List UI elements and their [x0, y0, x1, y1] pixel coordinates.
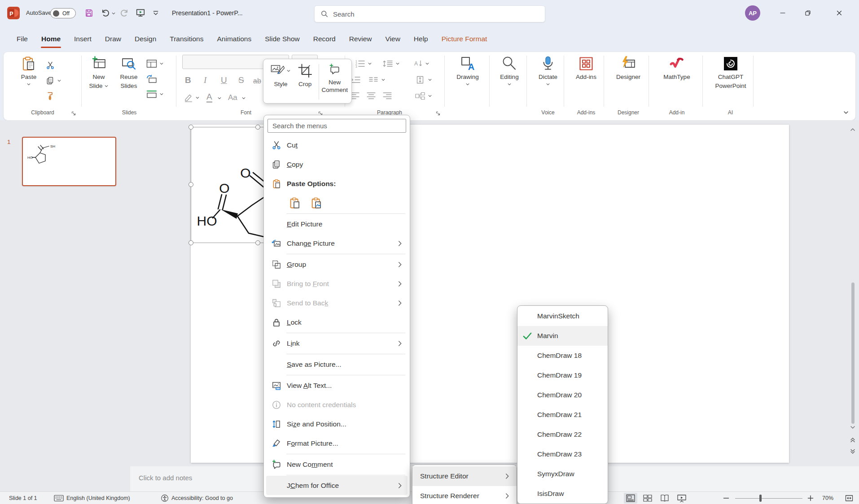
slide-thumbnail[interactable]: HO SH	[22, 137, 116, 186]
menu-item-lock[interactable]: Lock	[266, 313, 408, 332]
slide-sorter-button[interactable]	[641, 493, 654, 504]
fit-to-window-button[interactable]	[845, 492, 854, 504]
flyout-item-chemdraw-21[interactable]: ChemDraw 21	[517, 405, 608, 425]
vertical-scrollbar[interactable]	[848, 125, 857, 463]
slide-indicator[interactable]: Slide 1 of 1	[9, 492, 37, 504]
case-chevron-icon[interactable]	[241, 96, 246, 100]
tab-transitions[interactable]: Transitions	[163, 26, 210, 52]
submenu-item-structure-renderer[interactable]: Structure Renderer	[412, 486, 517, 504]
designer-button[interactable]: Designer	[610, 56, 646, 81]
undo-icon[interactable]	[101, 8, 110, 18]
addins-button[interactable]: Add-ins	[570, 56, 602, 81]
language-button[interactable]: English (United Kingdom)	[54, 492, 130, 504]
zoom-level[interactable]: 70%	[822, 492, 833, 504]
zoom-out-button[interactable]	[723, 492, 730, 504]
accessibility-button[interactable]: Accessibility: Good to go	[161, 492, 233, 504]
menu-item-new-comment[interactable]: New Comment	[266, 455, 408, 474]
paste-button[interactable]: Paste	[15, 56, 42, 87]
reading-view-button[interactable]	[658, 493, 671, 504]
italic-button[interactable]: I	[204, 76, 206, 84]
bold-button[interactable]: B	[185, 76, 191, 84]
selection-handle-bottom[interactable]	[255, 240, 260, 245]
selected-picture[interactable]: O O HO	[193, 130, 265, 251]
new-comment-toolbar-button[interactable]: New Comment	[322, 63, 348, 100]
format-painter-button[interactable]	[46, 91, 55, 100]
tab-review[interactable]: Review	[342, 26, 379, 52]
flyout-item-isisdraw[interactable]: IsisDraw	[517, 484, 608, 504]
flyout-item-marvinsketch[interactable]: MarvinSketch	[517, 306, 608, 326]
font-color-chevron-icon[interactable]	[217, 96, 222, 100]
scroll-down-button[interactable]	[850, 424, 856, 430]
tab-design[interactable]: Design	[128, 26, 163, 52]
paste-as-picture-button[interactable]	[308, 196, 324, 211]
picture-style-button[interactable]: Style	[267, 63, 294, 100]
tab-help[interactable]: Help	[407, 26, 435, 52]
start-slideshow-icon[interactable]	[136, 8, 145, 18]
reuse-slides-button[interactable]: Reuse Slides	[114, 56, 143, 90]
strikethrough2-button[interactable]: ab	[253, 77, 261, 85]
menu-item-edit-picture[interactable]: Edit Picture	[266, 214, 408, 234]
slide-layout-button[interactable]	[146, 59, 164, 68]
paste-keep-source-formatting-button[interactable]	[287, 196, 303, 211]
zoom-slider[interactable]	[735, 498, 802, 499]
flyout-item-marvin[interactable]: Marvin	[517, 326, 608, 346]
reset-slide-button[interactable]	[146, 74, 157, 83]
flyout-item-chemdraw-22[interactable]: ChemDraw 22	[517, 425, 608, 444]
undo-chevron-icon[interactable]	[111, 11, 116, 16]
menu-item-jchem-for-office[interactable]: JChem for Office	[266, 476, 408, 495]
normal-view-button[interactable]	[624, 493, 637, 504]
clipboard-dialog-launcher[interactable]	[71, 110, 76, 115]
flyout-item-chemdraw-23[interactable]: ChemDraw 23	[517, 444, 608, 464]
new-slide-button[interactable]: New Slide	[85, 56, 113, 90]
dictate-button[interactable]: Dictate	[533, 56, 563, 87]
copy-button[interactable]	[46, 76, 61, 85]
zoom-in-button[interactable]	[807, 492, 814, 504]
font-color-button[interactable]: A	[206, 92, 212, 103]
menu-item-format-picture[interactable]: Format Picture...	[266, 434, 408, 453]
cut-button[interactable]	[46, 61, 55, 70]
mathtype-button[interactable]: MathType	[657, 56, 697, 81]
chatgpt-button[interactable]: ChatGPT PowerPoint	[709, 56, 752, 90]
strikethrough-button[interactable]: S	[238, 76, 244, 84]
selection-handle-top[interactable]	[255, 125, 260, 130]
tab-animations[interactable]: Animations	[210, 26, 258, 52]
editing-group-button[interactable]: Editing	[495, 56, 524, 87]
restore-button[interactable]	[795, 0, 820, 26]
selection-handle-left[interactable]	[188, 182, 193, 187]
customize-toolbar-icon[interactable]	[153, 10, 159, 16]
menu-item-change-picture[interactable]: Change Picture	[266, 234, 408, 253]
search-input[interactable]: Search	[314, 5, 545, 22]
save-icon[interactable]	[84, 9, 93, 17]
scroll-up-button[interactable]	[850, 126, 856, 133]
menu-item-cut[interactable]: Cut	[266, 135, 408, 155]
tab-view[interactable]: View	[379, 26, 407, 52]
flyout-item-chemdraw-18[interactable]: ChemDraw 18	[517, 346, 608, 365]
scrollbar-thumb[interactable]	[851, 282, 855, 424]
autosave-toggle[interactable]: Off	[50, 8, 76, 18]
drawing-group-button[interactable]: A Drawing	[453, 56, 482, 87]
paragraph-dialog-launcher[interactable]	[435, 110, 441, 115]
section-button[interactable]	[146, 90, 164, 99]
crop-button[interactable]: Crop	[294, 63, 316, 100]
zoom-slider-thumb[interactable]	[759, 495, 762, 502]
next-slide-button[interactable]	[850, 448, 856, 455]
tab-insert[interactable]: Insert	[67, 26, 98, 52]
menu-item-link[interactable]: Link	[266, 334, 408, 353]
menu-item-view-alt-text[interactable]: View Alt Text...	[266, 376, 408, 395]
selection-handle-top-left[interactable]	[188, 125, 193, 130]
tab-record[interactable]: Record	[307, 26, 342, 52]
menu-item-copy[interactable]: Copy	[266, 155, 408, 174]
avatar[interactable]: AP	[745, 5, 760, 21]
tab-picture-format[interactable]: Picture Format	[435, 26, 494, 52]
flyout-item-symyxdraw[interactable]: SymyxDraw	[517, 464, 608, 484]
collapse-ribbon-icon[interactable]	[843, 109, 849, 116]
minimize-button[interactable]	[770, 0, 795, 26]
tab-home[interactable]: Home	[35, 26, 67, 52]
tab-draw[interactable]: Draw	[98, 26, 128, 52]
menu-item-save-as-picture[interactable]: Save as Picture...	[266, 355, 408, 374]
menu-item-group[interactable]: Group	[266, 255, 408, 274]
highlight-color-button[interactable]	[184, 93, 200, 102]
previous-slide-button[interactable]	[850, 437, 856, 443]
submenu-item-structure-editor[interactable]: Structure Editor	[412, 466, 517, 486]
menu-item-size-and-position[interactable]: Size and Position...	[266, 414, 408, 434]
